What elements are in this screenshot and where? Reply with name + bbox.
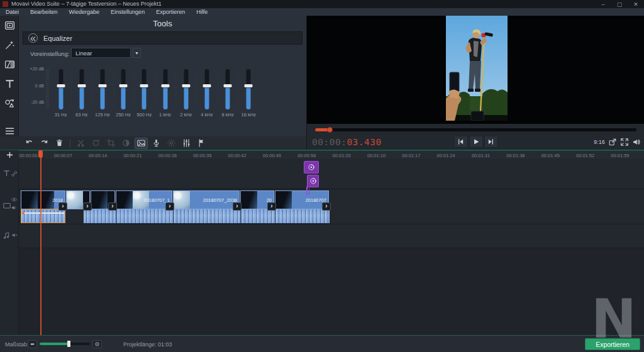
eq-slider-handle[interactable] <box>119 84 128 87</box>
maximize-button[interactable]: ▢ <box>611 0 628 8</box>
menu-item-bearbeiten[interactable]: Bearbeiten <box>25 8 64 16</box>
transition-icon[interactable]: › <box>267 202 276 211</box>
eq-slider-handle[interactable] <box>98 84 106 87</box>
speaker-icon[interactable] <box>11 202 18 214</box>
export-button[interactable]: Exportieren <box>585 338 640 350</box>
video-clip[interactable]: 20180707_2038 <box>173 190 240 209</box>
title-clip[interactable] <box>307 175 319 187</box>
menu-item-exportieren[interactable]: Exportieren <box>150 8 191 16</box>
next-frame-icon[interactable] <box>484 136 498 148</box>
menu-item-einstellungen[interactable]: Einstellungen <box>105 8 150 16</box>
previous-frame-icon[interactable] <box>454 136 468 148</box>
undo-icon[interactable] <box>23 138 36 149</box>
title-track-band[interactable] <box>19 159 644 189</box>
ruler-tick: 00:01:59 <box>611 153 629 158</box>
preset-value: Linear <box>75 50 92 57</box>
color-adjust-icon <box>119 138 133 149</box>
image-icon[interactable] <box>135 138 148 149</box>
transition-icon[interactable]: › <box>322 202 331 211</box>
video-clip[interactable]: 20180707_1 <box>116 190 172 209</box>
timeline-zoom-out-button[interactable] <box>28 340 37 348</box>
audio-clip-selected[interactable] <box>21 209 65 223</box>
video-track-band[interactable]: 2018›››20180707_1›20180707_2038›20›20180… <box>19 189 644 224</box>
fullscreen-icon[interactable] <box>620 138 629 146</box>
video-clip[interactable]: 20180707 <box>275 190 329 209</box>
preset-select[interactable]: Linear <box>71 48 131 58</box>
transition-icon[interactable]: › <box>165 202 174 211</box>
menu-item-datei[interactable]: Datei <box>0 8 25 16</box>
minimize-button[interactable]: – <box>595 0 611 8</box>
eq-slider[interactable] <box>204 69 209 109</box>
wand-icon[interactable] <box>0 35 19 55</box>
ruler-tick: 00:01:03 <box>333 153 351 158</box>
eq-slider-handle[interactable] <box>140 84 148 87</box>
preset-dropdown-arrow-icon[interactable]: ▼ <box>133 48 141 58</box>
record-audio-icon[interactable] <box>150 138 163 149</box>
timeline-zoom-handle[interactable] <box>67 341 70 347</box>
timeline-zoom-slider[interactable] <box>40 343 90 345</box>
aspect-ratio-button[interactable]: 9:16 <box>594 139 605 145</box>
eq-slider-track-fill <box>247 87 251 109</box>
seek-bar[interactable] <box>315 128 636 131</box>
timeline-empty-area[interactable] <box>19 248 644 335</box>
timeline-toolbar <box>0 136 306 150</box>
media-icon[interactable] <box>0 16 19 35</box>
ruler-tick: 00:00:49 <box>263 153 281 158</box>
eq-slider-handle[interactable] <box>182 84 190 87</box>
eq-slider-handle[interactable] <box>77 84 86 87</box>
volume-envelope-point[interactable] <box>22 212 25 214</box>
equalizer-header[interactable]: « Equalizer <box>23 31 303 45</box>
audio-track-header[interactable] <box>0 224 19 248</box>
transitions-icon[interactable] <box>0 55 19 74</box>
eq-slider-handle[interactable] <box>57 84 65 87</box>
eq-slider[interactable] <box>163 69 167 109</box>
redo-icon[interactable] <box>38 138 51 149</box>
transition-icon[interactable]: › <box>83 202 92 211</box>
delete-icon[interactable] <box>53 138 66 149</box>
eq-slider[interactable] <box>184 69 188 109</box>
eq-slider[interactable] <box>247 69 251 109</box>
audio-track-band[interactable] <box>19 224 644 248</box>
transition-icon[interactable]: › <box>108 202 117 211</box>
audio-properties-icon[interactable] <box>180 138 193 149</box>
eq-slider[interactable] <box>100 69 104 109</box>
timeline-ruler[interactable]: 00:00:0000:00:0700:00:1400:00:2100:00:28… <box>19 151 644 159</box>
seek-handle[interactable] <box>327 127 333 133</box>
eq-slider-track-top <box>142 69 147 85</box>
eq-slider-handle[interactable] <box>161 84 169 87</box>
eq-slider[interactable] <box>226 69 230 109</box>
equalizer-sliders: 31 Hz63 Hz125 Hz250 Hz500 Hz1 kHz2 kHz4 … <box>50 69 259 119</box>
link-icon[interactable] <box>11 168 18 180</box>
marker-flag-icon[interactable] <box>195 138 208 149</box>
play-icon[interactable] <box>469 136 483 148</box>
video-track-header[interactable] <box>0 189 19 224</box>
menu-item-wiedergabe[interactable]: Wiedergabe <box>64 8 106 16</box>
eq-slider[interactable] <box>121 69 126 109</box>
volume-envelope-line[interactable] <box>22 212 64 214</box>
ruler-tick: 00:00:42 <box>228 153 246 158</box>
eq-slider[interactable] <box>79 69 84 109</box>
mute-speaker-icon[interactable] <box>11 229 18 241</box>
volume-icon[interactable] <box>632 138 641 146</box>
menu-item-hilfe[interactable]: Hilfe <box>191 8 213 16</box>
transition-icon[interactable]: › <box>233 202 242 211</box>
ruler-tick: 00:01:45 <box>541 153 560 158</box>
eq-slider[interactable] <box>58 69 63 109</box>
timecode: 00:00:03.430 <box>312 137 382 147</box>
timeline-zoom-in-button[interactable] <box>92 340 102 348</box>
share-icon[interactable] <box>608 138 617 146</box>
title-clip[interactable] <box>304 161 319 173</box>
close-button[interactable]: ✕ <box>628 0 644 8</box>
add-track-button[interactable] <box>0 150 19 159</box>
eq-slider-handle[interactable] <box>203 84 211 87</box>
eq-slider-handle[interactable] <box>224 84 232 87</box>
settings-icon <box>165 138 178 149</box>
eq-slider[interactable] <box>142 69 147 109</box>
transition-icon[interactable]: › <box>58 202 67 211</box>
eq-band: 1 kHz <box>155 69 175 119</box>
callouts-icon[interactable] <box>0 94 19 113</box>
titles-icon[interactable] <box>0 74 19 94</box>
eq-slider-handle[interactable] <box>245 84 253 87</box>
audio-strip[interactable] <box>84 209 330 223</box>
title-track-header[interactable] <box>0 159 19 189</box>
